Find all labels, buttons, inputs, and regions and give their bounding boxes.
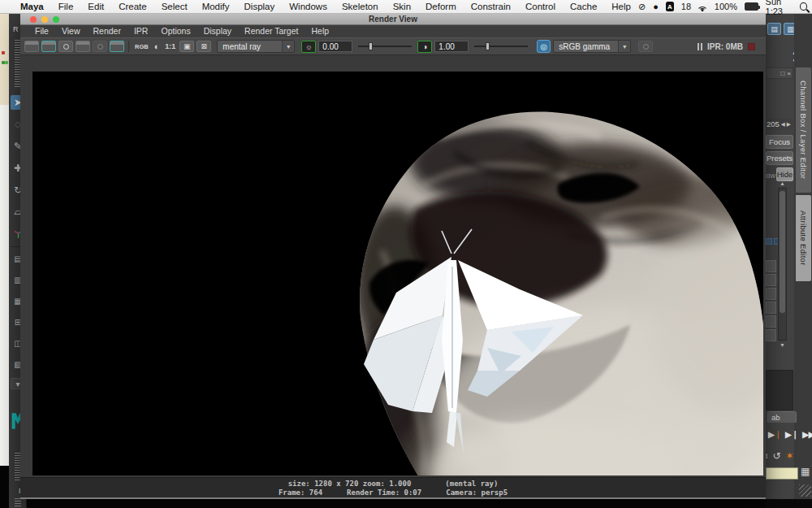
step-forward-frame-button[interactable]: ▶❘ (785, 430, 798, 439)
render-view-content (20, 55, 766, 477)
menu-skeleton[interactable]: Skeleton (335, 0, 386, 14)
character-run-icon[interactable]: ✶ (786, 450, 794, 462)
attr-row[interactable] (766, 302, 776, 314)
color-management-icon[interactable]: ◎ (537, 40, 551, 53)
step-forward-key-button[interactable]: ▶❘ (768, 430, 781, 439)
exposure-field[interactable]: 0.00 (318, 41, 352, 52)
render-view-toolbar: RGB ◐ 1:1 ▣ ⊠ mental ray ▾ ☼ 0.00 ◑ 1.00… (20, 37, 766, 55)
rv-menu-help[interactable]: Help (304, 25, 335, 37)
menu-help[interactable]: Help (604, 0, 638, 14)
color-profile-dropdown[interactable]: sRGB gamma ▾ (553, 40, 631, 53)
auto-key-icon[interactable]: ↺ (773, 450, 781, 462)
menu-display[interactable]: Display (237, 0, 283, 14)
wifi-icon[interactable] (698, 2, 707, 11)
menu-edit[interactable]: Edit (80, 0, 111, 14)
ipr-memory-label: IPR: 0MB (707, 42, 743, 51)
status-dot-icon[interactable]: ● (653, 2, 659, 11)
dnd-icon[interactable]: ⊘ (638, 2, 646, 12)
attr-row[interactable] (766, 315, 776, 328)
focus-button[interactable]: Focus (766, 135, 793, 149)
go-to-end-button[interactable]: ▶▶❘ (802, 430, 812, 439)
redo-render-button[interactable] (24, 41, 39, 52)
menu-select[interactable]: Select (154, 0, 195, 14)
panel-tab-strip: Channel Box / Layer Editor Attribute Edi… (794, 14, 812, 499)
menubar-clock[interactable]: Sun 1:23 (766, 0, 793, 16)
partial-text: t (766, 452, 768, 460)
spotlight-search-icon[interactable] (800, 2, 806, 11)
rv-menu-render-target[interactable]: Render Target (238, 25, 304, 37)
contrast-field[interactable]: 1.00 (434, 41, 469, 52)
app-menu-maya[interactable]: Maya (13, 0, 51, 14)
status-render-time: Render Time: 0:07 (347, 488, 421, 497)
remove-image-button[interactable]: ⊠ (197, 41, 211, 52)
keep-image-button[interactable]: ▣ (179, 41, 194, 52)
hotkey-grid-icon[interactable]: ▦ (801, 466, 810, 477)
scrollbar-thumb[interactable] (780, 191, 785, 313)
hide-button[interactable]: Hide (776, 167, 793, 181)
rv-menu-display[interactable]: Display (197, 25, 238, 37)
menu-deform[interactable]: Deform (418, 0, 464, 14)
attr-field-value[interactable]: 205 (767, 119, 780, 128)
attr-field[interactable]: 205 ◀ ▶ (766, 118, 793, 130)
menu-constrain[interactable]: Constrain (464, 0, 518, 14)
render-sequence-button[interactable] (76, 41, 90, 52)
presets-button[interactable]: Presets (766, 151, 793, 165)
rv-menu-ipr[interactable]: IPR (127, 25, 155, 37)
window-resize-grip[interactable] (799, 484, 811, 497)
contrast-slider[interactable] (474, 46, 528, 47)
menu-modify[interactable]: Modify (195, 0, 237, 14)
layer-swatch[interactable] (766, 238, 772, 245)
rv-menu-view[interactable]: View (55, 25, 87, 37)
partial-tab[interactable]: ab (767, 411, 797, 423)
status-size-zoom: size: 1280 x 720 zoom: 1.000 (288, 480, 412, 488)
ipr-pause-icon[interactable] (698, 43, 702, 50)
menu-skin[interactable]: Skin (386, 0, 418, 14)
ipr-stop-button[interactable] (748, 43, 755, 50)
scroll-down-icon[interactable]: ▼ (780, 342, 785, 348)
render-region-button[interactable] (41, 41, 56, 52)
spin-left-icon[interactable]: ◀ (781, 121, 785, 128)
attr-row[interactable] (766, 288, 776, 300)
snapshot-button[interactable] (58, 41, 73, 52)
menu-file[interactable]: File (51, 0, 81, 14)
panel-scrollbar[interactable] (778, 188, 787, 341)
tab-attribute-editor[interactable]: Attribute Editor (796, 195, 811, 281)
status-camera: Camera: persp5 (446, 488, 508, 497)
battery-icon (745, 2, 758, 11)
toolbox-grip-bottom[interactable] (15, 498, 21, 508)
menu-control[interactable]: Control (518, 0, 563, 14)
channel-box-toggle-icon[interactable]: ▤ (767, 23, 781, 35)
panel-close-icon[interactable]: × (787, 70, 791, 77)
rendered-image (32, 72, 763, 475)
render-settings-button[interactable] (110, 41, 124, 52)
battery-percent: 100% (715, 2, 737, 11)
rv-menu-options[interactable]: Options (154, 25, 197, 37)
menu-windows[interactable]: Windows (282, 0, 335, 14)
scroll-up-icon[interactable]: ▲ (780, 180, 785, 186)
toolbox-partial-label: R (13, 25, 19, 33)
background-under-window (9, 499, 766, 508)
attr-row[interactable] (766, 329, 776, 341)
render-canvas[interactable] (32, 72, 763, 475)
menu-create[interactable]: Create (111, 0, 154, 14)
alpha-channel-toggle[interactable]: ◐ (153, 41, 162, 51)
menu-cache[interactable]: Cache (563, 0, 604, 14)
renderer-dropdown[interactable]: mental ray ▾ (217, 40, 295, 53)
rgb-channels-toggle[interactable]: RGB (133, 43, 150, 50)
spin-right-icon[interactable]: ▶ (787, 121, 791, 128)
attr-row[interactable] (766, 260, 776, 272)
rv-menu-file[interactable]: File (28, 25, 55, 37)
real-size-toggle[interactable]: 1:1 (163, 42, 177, 50)
exposure-slider[interactable] (358, 46, 412, 47)
panel-float-icon[interactable]: □ (780, 70, 784, 77)
renderer-dropdown-arrow[interactable]: ▾ (282, 41, 294, 52)
exposure-icon: ☼ (301, 41, 316, 53)
attr-row[interactable] (766, 274, 776, 286)
tab-channel-box-layer-editor[interactable]: Channel Box / Layer Editor (796, 67, 811, 193)
background-dot-red (2, 51, 5, 54)
script-field[interactable] (766, 467, 798, 480)
color-profile-dropdown-arrow[interactable]: ▾ (618, 41, 630, 52)
rv-menu-render[interactable]: Render (87, 25, 127, 37)
input-source-icon[interactable]: A (666, 2, 674, 11)
ipr-render-button[interactable] (93, 41, 107, 52)
